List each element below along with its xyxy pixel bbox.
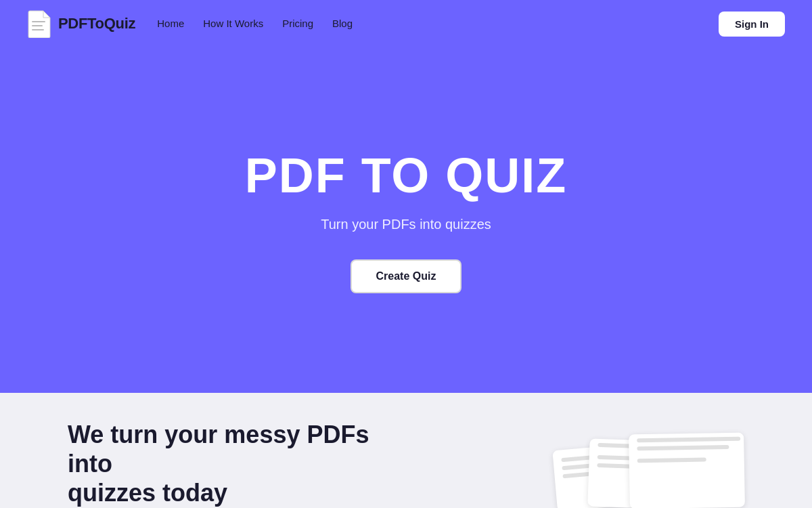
create-quiz-button[interactable]: Create Quiz <box>351 259 462 293</box>
card-line <box>637 457 706 463</box>
card-decorative-3 <box>629 433 745 508</box>
hero-title: PDF TO QUIZ <box>245 148 568 203</box>
navbar-left: PDFToQuiz Home How It Works Pricing Blog <box>27 9 353 38</box>
nav-item-home[interactable]: Home <box>157 18 184 29</box>
card-line <box>637 437 740 443</box>
below-hero-heading: We turn your messy PDFs into quizzes tod… <box>68 420 406 508</box>
brand-link[interactable]: PDFToQuiz <box>27 9 135 38</box>
hero-subtitle: Turn your PDFs into quizzes <box>321 217 491 232</box>
nav-links: Home How It Works Pricing Blog <box>157 18 353 30</box>
card-line <box>637 445 729 450</box>
nav-item-how-it-works[interactable]: How It Works <box>203 18 263 29</box>
brand-name: PDFToQuiz <box>58 15 135 33</box>
card-illustration <box>555 420 744 508</box>
hero-section: PDF TO QUIZ Turn your PDFs into quizzes … <box>0 47 812 393</box>
below-hero-section: We turn your messy PDFs into quizzes tod… <box>0 393 812 508</box>
nav-item-pricing[interactable]: Pricing <box>282 18 313 29</box>
nav-item-blog[interactable]: Blog <box>332 18 353 29</box>
sign-in-button[interactable]: Sign In <box>719 12 785 37</box>
navbar: PDFToQuiz Home How It Works Pricing Blog… <box>0 0 812 47</box>
brand-logo-icon <box>27 9 51 38</box>
below-hero-line2: quizzes today <box>68 479 227 507</box>
below-hero-line1: We turn your messy PDFs into <box>68 421 369 478</box>
